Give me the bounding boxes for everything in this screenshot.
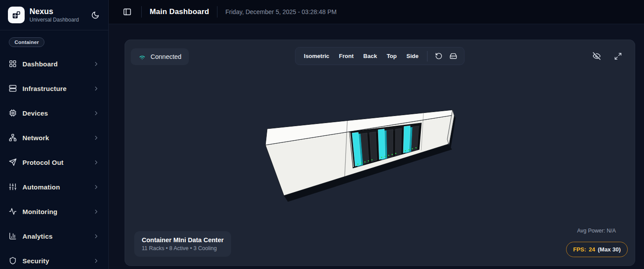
sidebar: Nexus Universal Dashboard Container Dash…	[0, 0, 109, 269]
container-3d-viewer-panel: Connected Isometric Front Back Top Side	[125, 40, 635, 266]
sidebar-item-analytics[interactable]: Analytics	[0, 224, 108, 248]
eye-off-icon	[592, 52, 601, 60]
chevron-right-icon	[93, 110, 99, 116]
brand-text: Nexus Universal Dashboard	[29, 7, 85, 23]
hard-drive-icon	[450, 52, 457, 60]
main-content: Connected Isometric Front Back Top Side	[109, 24, 644, 269]
chevron-right-icon	[93, 134, 99, 141]
chevron-right-icon	[93, 233, 99, 240]
reset-rotation-button[interactable]	[432, 50, 446, 62]
chevron-right-icon	[93, 208, 99, 215]
connection-status-badge: Connected	[131, 48, 189, 65]
chevron-right-icon	[93, 184, 99, 190]
theme-toggle-button[interactable]	[89, 9, 101, 21]
view-button-isometric[interactable]: Isometric	[299, 50, 334, 62]
shield-icon	[9, 257, 17, 265]
sidebar-item-dashboard[interactable]: Dashboard	[0, 51, 108, 76]
brand-subtitle: Universal Dashboard	[29, 17, 85, 23]
brand-header: Nexus Universal Dashboard	[0, 0, 108, 30]
viewer-corner-actions	[591, 50, 624, 62]
sidebar-item-infrastructure[interactable]: Infrastructure	[0, 76, 108, 101]
activity-icon	[9, 207, 17, 215]
hide-overlays-button[interactable]	[591, 50, 603, 62]
fps-badge: FPS: 24 (Max 30)	[566, 242, 628, 257]
fps-value: 24	[589, 246, 595, 253]
mode-badge: Container	[9, 37, 44, 47]
sidebar-item-label: Network	[22, 134, 87, 142]
view-toolbar: Isometric Front Back Top Side	[295, 47, 464, 65]
fps-max: (Max 30)	[598, 246, 621, 253]
nexus-logo	[8, 7, 25, 23]
send-icon	[9, 158, 17, 166]
sidebar-item-label: Dashboard	[22, 60, 87, 68]
datetime-text: Friday, December 5, 2025 - 03:28:48 PM	[225, 8, 337, 15]
sidebar-item-security[interactable]: Security	[0, 248, 108, 269]
moon-icon	[91, 11, 99, 19]
sidebar-item-label: Analytics	[22, 233, 87, 240]
topbar-divider	[217, 6, 217, 18]
maximize-icon	[614, 52, 622, 60]
chevron-right-icon	[93, 159, 99, 166]
layout-grid-icon	[9, 60, 17, 68]
view-button-back[interactable]: Back	[358, 50, 382, 62]
view-button-top[interactable]: Top	[382, 50, 401, 62]
sidebar-item-label: Automation	[22, 183, 87, 191]
sidebar-item-network[interactable]: Network	[0, 125, 108, 150]
mode-badge-row: Container	[0, 30, 108, 50]
rotate-ccw-icon	[435, 52, 443, 60]
cpu-icon	[9, 109, 17, 117]
chevron-right-icon	[93, 61, 99, 67]
main-column: Main Dashboard Friday, December 5, 2025 …	[109, 0, 644, 269]
toolbar-separator	[427, 51, 428, 62]
sidebar-item-label: Monitoring	[22, 208, 87, 215]
sidebar-item-label: Protocol Out	[22, 159, 87, 166]
hardware-view-button[interactable]	[446, 50, 461, 62]
sidebar-item-devices[interactable]: Devices	[0, 101, 108, 125]
view-button-front[interactable]: Front	[334, 50, 358, 62]
wifi-icon	[138, 53, 146, 61]
sidebar-item-automation[interactable]: Automation	[0, 174, 108, 199]
view-button-side[interactable]: Side	[401, 50, 423, 62]
brand-name: Nexus	[29, 7, 85, 16]
chevron-right-icon	[93, 258, 99, 264]
fps-label: FPS:	[573, 246, 586, 253]
sidebar-toggle-button[interactable]	[121, 6, 133, 18]
sidebar-item-label: Devices	[22, 109, 87, 117]
avg-power-readout: Avg Power: N/A	[577, 228, 616, 234]
chart-column-icon	[9, 232, 17, 240]
fullscreen-button[interactable]	[612, 51, 624, 62]
panel-left-icon	[123, 7, 132, 16]
sidebar-nav: Dashboard Infrastructure	[0, 51, 108, 269]
blocks-icon	[11, 10, 21, 20]
model-info-card: Container MIni Data Center 11 Racks • 8 …	[134, 231, 231, 257]
server-icon	[9, 84, 17, 92]
topbar: Main Dashboard Friday, December 5, 2025 …	[109, 0, 644, 24]
connection-status-text: Connected	[151, 53, 181, 60]
chevron-right-icon	[93, 85, 99, 92]
sidebar-item-protocol-out[interactable]: Protocol Out	[0, 150, 108, 174]
sliders-icon	[9, 183, 17, 191]
network-icon	[9, 134, 17, 142]
model-title: Container MIni Data Center	[142, 236, 224, 244]
sidebar-item-label: Security	[22, 257, 87, 265]
page-title: Main Dashboard	[150, 7, 209, 16]
topbar-divider	[141, 6, 142, 18]
sidebar-item-monitoring[interactable]: Monitoring	[0, 199, 108, 224]
model-stats: 11 Racks • 8 Active • 3 Cooling	[142, 245, 224, 251]
sidebar-item-label: Infrastructure	[22, 85, 87, 92]
